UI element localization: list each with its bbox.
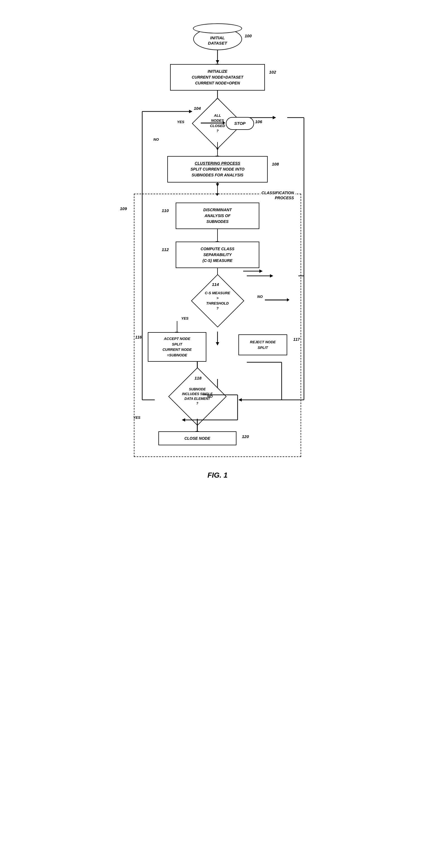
ref-116: 116 <box>135 335 142 339</box>
reject-node-col: REJECT NODESPLIT 117 <box>238 334 287 355</box>
yes-label-1: YES <box>177 120 184 124</box>
subnode-diamond: SUBNODEINCLUDES SINGLEDATA ELEMENT? <box>169 374 226 419</box>
ref-106: 106 <box>255 119 262 124</box>
initialize-rect: INITIALIZECURRENT NODE=DATASETCURRENT NO… <box>170 64 265 91</box>
accept-rect: ACCEPT NODESPLITCURRENT NODE=SUBNODE <box>148 332 206 362</box>
clustering-node: CLUSTERING PROCESS SPLIT CURRENT NODE IN… <box>167 156 268 183</box>
cylinder-shape: INITIALDATASET <box>193 28 242 50</box>
ref-104: 104 <box>194 106 201 111</box>
cs-measure-row: C-S MEASURE>THRESHOLD? 114 NO YES <box>148 281 287 321</box>
reject-label: REJECT NODESPLIT <box>250 340 276 350</box>
arrow-4 <box>217 183 218 194</box>
arrow-1 <box>217 50 218 64</box>
all-nodes-label: ALLNODESCLOSED? <box>210 113 225 133</box>
reject-node: REJECT NODESPLIT 117 <box>238 334 287 355</box>
all-nodes-closed-row: ALLNODESCLOSED? 104 YES STOP 106 NO <box>120 104 315 142</box>
fig-label-container: FIG. 1 <box>207 471 228 479</box>
cs-measure-label: C-S MEASURE>THRESHOLD? <box>205 291 230 311</box>
arrow-8 <box>197 419 198 431</box>
ref-110: 110 <box>162 208 169 213</box>
classification-content: DISCRIMINANTANALYSIS OFSUBNODES 110 COMP… <box>146 203 289 445</box>
classification-process-box: CLASSIFICATIONPROCESS DISCRIMINANTANALYS… <box>134 194 301 457</box>
close-label: CLOSE NODE <box>184 436 210 440</box>
ref-118: 118 <box>195 376 202 380</box>
compute-cs-label: COMPUTE CLASSSEPARABILITY(C-S) MEASURE <box>201 247 234 263</box>
ref-117: 117 <box>293 337 300 342</box>
accept-node-col: ACCEPT NODESPLITCURRENT NODE=SUBNODE 116 <box>148 321 206 362</box>
discriminant-label: DISCRIMINANTANALYSIS OFSUBNODES <box>203 208 232 224</box>
subnode-row: SUBNODEINCLUDES SINGLEDATA ELEMENT? 118 … <box>128 374 267 419</box>
stop-node: STOP 106 <box>226 117 254 130</box>
arrow-to-accept <box>177 321 178 332</box>
stop-label: STOP <box>234 121 246 126</box>
close-node: CLOSE NODE 120 <box>158 431 236 445</box>
no-line-cs <box>265 300 287 300</box>
initial-dataset-label: INITIALDATASET <box>208 35 227 46</box>
arrow-3 <box>217 142 218 156</box>
classification-process-label: CLASSIFICATIONPROCESS <box>260 190 295 200</box>
accept-node: ACCEPT NODESPLITCURRENT NODE=SUBNODE 116 <box>148 332 206 362</box>
clustering-label-underline: CLUSTERING PROCESS <box>195 161 240 165</box>
no-label-cs: NO <box>257 294 263 299</box>
accept-label: ACCEPT NODESPLITCURRENT NODE=SUBNODE <box>163 337 192 357</box>
classification-text: CLASSIFICATIONPROCESS <box>262 191 294 200</box>
ref-114: 114 <box>212 282 219 287</box>
clustering-rect: CLUSTERING PROCESS SPLIT CURRENT NODE IN… <box>167 156 268 183</box>
close-rect: CLOSE NODE <box>158 431 236 445</box>
no-label-1: NO <box>153 137 159 142</box>
discriminant-rect: DISCRIMINANTANALYSIS OFSUBNODES <box>176 203 259 229</box>
stop-oval: STOP <box>226 117 254 130</box>
discriminant-node: DISCRIMINANTANALYSIS OFSUBNODES 110 <box>176 203 259 229</box>
ref-100: 100 <box>245 33 252 38</box>
reject-rect: REJECT NODESPLIT <box>238 334 287 355</box>
yes-label-sub: YES <box>133 415 141 420</box>
ref-112: 112 <box>162 247 169 252</box>
subnode-label: SUBNODEINCLUDES SINGLEDATA ELEMENT? <box>182 387 212 406</box>
arrow-5 <box>217 229 218 242</box>
cylinder-top <box>193 23 242 33</box>
initial-dataset-node: INITIALDATASET 100 <box>193 28 242 50</box>
clustering-label-rest: SPLIT CURRENT NODE INTOSUBNODES FOR ANAL… <box>191 167 244 177</box>
compute-cs-node: COMPUTE CLASSSEPARABILITY(C-S) MEASURE 1… <box>176 242 259 268</box>
initialize-node: INITIALIZECURRENT NODE=DATASETCURRENT NO… <box>170 64 265 91</box>
ref-109: 109 <box>120 206 127 211</box>
ref-102: 102 <box>269 70 276 74</box>
no-arrow-cs <box>265 300 287 300</box>
compute-cs-rect: COMPUTE CLASSSEPARABILITY(C-S) MEASURE <box>176 242 259 268</box>
ref-120: 120 <box>242 434 249 439</box>
initialize-label: INITIALIZECURRENT NODE=DATASETCURRENT NO… <box>192 69 243 85</box>
yes-label-cs: YES <box>181 316 188 320</box>
flowchart: INITIALDATASET 100 INITIALIZECURRENT NOD… <box>114 17 321 479</box>
fig-label: FIG. 1 <box>207 471 228 479</box>
page-container: INITIALDATASET 100 INITIALIZECURRENT NOD… <box>109 6 326 496</box>
ref-108: 108 <box>272 162 279 166</box>
